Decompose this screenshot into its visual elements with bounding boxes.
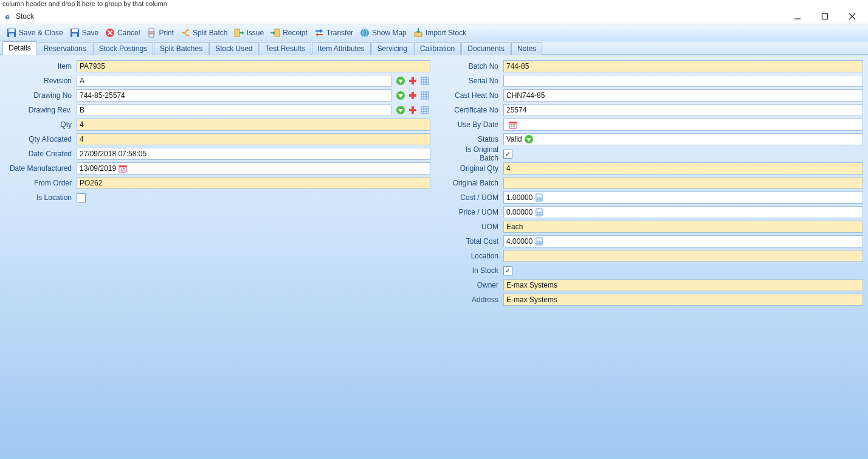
cancel-button[interactable]: Cancel — [102, 27, 142, 39]
show-map-button[interactable]: Show Map — [357, 27, 409, 39]
is-location-checkbox[interactable] — [77, 193, 86, 202]
tab-split-batches[interactable]: Split Batches — [154, 42, 208, 55]
date-created-field[interactable]: 27/09/2018 07:58:05 — [77, 148, 430, 160]
total-cost-label: Total Cost — [445, 237, 501, 246]
revision-label: Revision — [5, 77, 74, 85]
toolbtn-label: Save & Close — [19, 29, 63, 37]
cast-heat-no-field[interactable]: CHN744-85 — [503, 89, 863, 102]
svg-rect-50 — [421, 106, 429, 114]
item-field: PA7935 — [77, 60, 430, 72]
tab-notes[interactable]: Notes — [511, 42, 542, 55]
total-cost-value: 4.00000 — [506, 237, 532, 246]
left-column: ItemPA7935RevisionADrawing No744-85-2557… — [5, 59, 430, 307]
save-close-button[interactable]: Save & Close — [4, 27, 66, 39]
tab-documents[interactable]: Documents — [461, 42, 511, 55]
date-created-label: Date Created — [5, 150, 74, 158]
in-stock-checkbox[interactable] — [503, 266, 512, 275]
original-batch-field — [503, 177, 863, 189]
svg-rect-15 — [149, 34, 154, 37]
tab-stock-used[interactable]: Stock Used — [209, 42, 258, 55]
cost-uom-field[interactable]: 1.00000 — [503, 192, 863, 204]
close-button[interactable] — [838, 9, 866, 24]
row-is-location: Is Location — [5, 190, 430, 205]
is-original-batch-checkbox[interactable] — [503, 150, 512, 159]
cast-heat-no-label: Cast Heat No — [445, 91, 501, 100]
minimize-button[interactable] — [784, 9, 811, 24]
row-original-batch: Original Batch — [445, 176, 863, 190]
row-cast-heat-no: Cast Heat NoCHN744-85 — [445, 88, 863, 103]
tab-reservations[interactable]: Reservations — [38, 42, 92, 55]
drawing-rev-grid-icon[interactable] — [419, 105, 430, 116]
svg-point-67 — [540, 198, 542, 199]
tab-details[interactable]: Details — [2, 41, 37, 55]
toolbtn-label: Transfer — [326, 29, 353, 37]
status-field[interactable]: Valid — [503, 133, 863, 145]
address-value: E-max Systems — [506, 295, 557, 304]
uom-value: Each — [506, 223, 523, 231]
revision-value: A — [80, 77, 84, 85]
certificate-no-field[interactable]: 25574 — [503, 104, 863, 116]
date-manufactured-field[interactable]: 13/09/201915 — [77, 162, 430, 174]
right-column: Batch No744-85Serial NoCast Heat NoCHN74… — [445, 59, 863, 307]
original-qty-value: 4 — [506, 164, 511, 173]
svg-point-77 — [539, 214, 540, 215]
row-drawing-rev: Drawing Rev.B — [5, 103, 430, 117]
svg-point-73 — [537, 212, 539, 213]
revision-add-icon[interactable] — [407, 75, 418, 86]
status-dropdown-icon[interactable] — [523, 134, 534, 145]
split-batch-button[interactable]: Split Batch — [177, 27, 230, 39]
map-icon — [359, 27, 370, 38]
total-cost-calculator-icon[interactable] — [534, 236, 545, 247]
serial-no-field[interactable] — [503, 75, 863, 87]
receipt-button[interactable]: Receipt — [267, 27, 310, 39]
use-by-date-calendar-icon[interactable]: 15 — [508, 119, 518, 130]
tab-strip: DetailsReservationsStock PostingsSplit B… — [0, 41, 868, 55]
row-qty: Qty4 — [5, 117, 430, 132]
tab-item-attributes[interactable]: Item Attributes — [312, 42, 371, 55]
drawing-no-grid-icon[interactable] — [419, 90, 430, 101]
price-uom-calculator-icon[interactable] — [534, 207, 545, 218]
from-order-label: From Order — [5, 179, 74, 187]
revision-grid-icon[interactable] — [419, 75, 430, 86]
date-manufactured-calendar-icon[interactable]: 15 — [117, 163, 128, 174]
drawing-no-dropdown-icon[interactable] — [395, 90, 406, 101]
use-by-date-field[interactable]: 15 — [503, 119, 863, 131]
transfer-button[interactable]: Transfer — [311, 27, 356, 39]
maximize-button[interactable] — [811, 9, 838, 24]
split-icon — [180, 27, 191, 38]
owner-label: Owner — [445, 281, 501, 289]
cost-uom-calculator-icon[interactable] — [534, 192, 545, 203]
is-original-batch-label: Is Original Batch — [445, 145, 501, 162]
tab-stock-postings[interactable]: Stock Postings — [93, 42, 153, 55]
svg-marker-19 — [242, 31, 244, 35]
drawing-no-add-icon[interactable] — [407, 90, 418, 101]
date-created-value: 27/09/2018 07:58:05 — [80, 150, 146, 158]
drawing-no-field[interactable]: 744-85-25574 — [77, 89, 391, 102]
svg-point-82 — [539, 241, 540, 243]
tab-calibration[interactable]: Calibration — [414, 42, 461, 55]
original-qty-label: Original Qty — [445, 164, 501, 173]
total-cost-field[interactable]: 4.00000 — [503, 235, 863, 247]
svg-rect-32 — [421, 77, 429, 85]
price-uom-field[interactable]: 0.00000 — [503, 206, 863, 218]
tab-test-results[interactable]: Test Results — [260, 42, 311, 55]
svg-rect-64 — [537, 195, 542, 197]
status-label: Status — [445, 135, 501, 143]
drawing-rev-field[interactable]: B — [77, 104, 391, 116]
revision-field[interactable]: A — [77, 75, 391, 87]
issue-button[interactable]: Issue — [231, 27, 266, 39]
drawing-rev-label: Drawing Rev. — [5, 106, 74, 114]
location-field — [503, 250, 863, 262]
toolbtn-label: Cancel — [117, 29, 140, 37]
print-button[interactable]: Print — [143, 27, 176, 39]
revision-dropdown-icon[interactable] — [395, 75, 406, 86]
save-button[interactable]: Save — [67, 27, 101, 39]
svg-rect-6 — [9, 33, 14, 37]
drawing-rev-add-icon[interactable] — [407, 105, 418, 116]
import-stock-button[interactable]: Import Stock — [410, 27, 469, 39]
svg-rect-49 — [409, 109, 416, 111]
svg-point-85 — [539, 243, 540, 244]
svg-rect-9 — [72, 33, 77, 37]
tab-servicing[interactable]: Servicing — [371, 42, 413, 55]
drawing-rev-dropdown-icon[interactable] — [395, 105, 406, 116]
